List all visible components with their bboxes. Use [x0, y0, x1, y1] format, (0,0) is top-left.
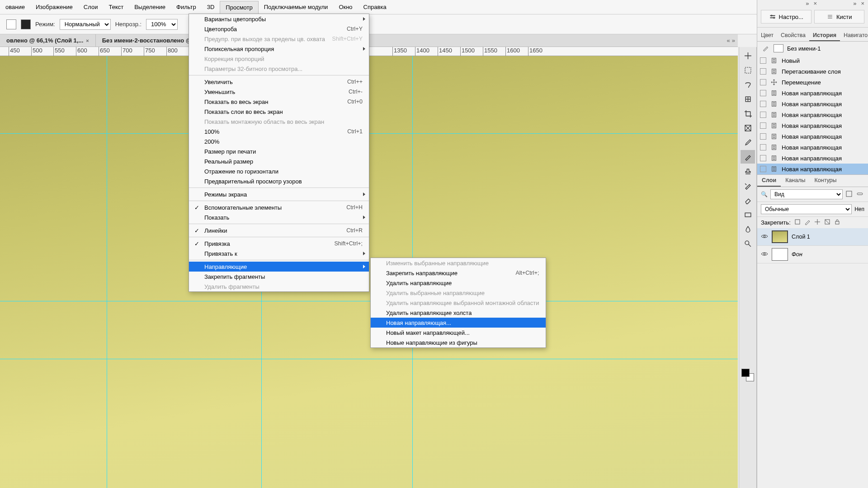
color-swatches[interactable]	[741, 369, 754, 381]
opacity-select[interactable]: 100%	[146, 19, 178, 30]
guide-vertical[interactable]	[107, 56, 107, 488]
menu-item[interactable]: 200%	[189, 136, 369, 146]
history-checkbox[interactable]	[760, 68, 766, 75]
history-checkbox[interactable]	[760, 90, 766, 96]
menu-item[interactable]: Показать слои во весь экран	[189, 107, 369, 117]
history-checkbox[interactable]	[760, 79, 766, 85]
history-step[interactable]: Новая направляющая	[757, 109, 868, 120]
menu-item[interactable]: Предварительный просмотр узоров	[189, 176, 369, 186]
brush-tool[interactable]	[741, 150, 755, 164]
blend-mode-select[interactable]: Нормальный	[60, 19, 111, 30]
history-checkbox[interactable]	[760, 144, 766, 150]
menu-item[interactable]: Подключаемые модули	[259, 1, 334, 13]
history-step[interactable]: Новая направляющая	[757, 131, 868, 142]
menu-item[interactable]: Новые направляющие из фигуры	[371, 338, 546, 347]
lock-pixels-icon[interactable]	[794, 219, 801, 226]
guide-horizontal[interactable]	[0, 359, 738, 359]
panel-tab[interactable]: Каналы	[781, 175, 810, 187]
menu-item[interactable]: Удалить направляющие холста	[371, 308, 546, 318]
document-tab[interactable]: овлено @ 66,1% (Слой 1,...×	[0, 34, 96, 47]
close-icon[interactable]: ×	[86, 38, 89, 43]
history-step[interactable]: Перетаскивание слоя	[757, 66, 868, 77]
history-step[interactable]: Новая направляющая	[757, 120, 868, 131]
menu-item[interactable]: Закрепить фрагменты	[189, 272, 369, 282]
panel-tab[interactable]: История	[809, 30, 840, 41]
close-icon[interactable]: ×	[814, 0, 817, 7]
move-tool[interactable]	[741, 49, 755, 62]
menu-item[interactable]: Фильтр	[171, 1, 202, 13]
history-checkbox[interactable]	[760, 57, 766, 64]
crop-tool[interactable]	[741, 107, 755, 120]
history-step[interactable]: Новая направляющая	[757, 164, 868, 174]
history-step[interactable]: Новая направляющая	[757, 99, 868, 109]
guide-horizontal[interactable]	[0, 301, 738, 301]
lock-brush-icon[interactable]	[804, 219, 811, 226]
history-step[interactable]: Новая направляющая	[757, 142, 868, 153]
collapse-icon[interactable]: »	[806, 0, 809, 7]
menu-item[interactable]: Просмотр	[220, 1, 258, 14]
visibility-eye-icon[interactable]	[761, 251, 768, 258]
marquee-tool[interactable]	[741, 63, 755, 77]
menu-item[interactable]: Показать	[189, 212, 369, 222]
gradient-tool[interactable]	[741, 208, 755, 221]
lock-artboard-icon[interactable]	[824, 219, 830, 226]
menu-item[interactable]: Новая направляющая...	[371, 318, 546, 328]
history-checkbox[interactable]	[760, 166, 766, 172]
frame-tool[interactable]	[741, 121, 755, 135]
menu-item[interactable]: ЛинейкиCtrl+R	[189, 225, 369, 235]
filter-switch-icon[interactable]	[856, 190, 864, 198]
stamp-tool[interactable]	[741, 164, 755, 178]
blend-mode-select[interactable]: Обычные	[761, 204, 852, 214]
panel-tab[interactable]: Цвет	[757, 30, 777, 41]
close-icon[interactable]: ×	[861, 0, 864, 7]
tool-preset-icon[interactable]	[21, 19, 31, 29]
collapse-icon[interactable]: »	[853, 0, 856, 7]
menu-item[interactable]: Режимы экрана	[189, 189, 369, 199]
panel-tab[interactable]: Слои	[757, 175, 781, 187]
menu-item[interactable]: 100%Ctrl+1	[189, 127, 369, 136]
menu-item[interactable]: Окно	[333, 1, 358, 13]
dodge-tool[interactable]	[741, 237, 755, 250]
menu-item[interactable]: Изображение	[30, 1, 78, 13]
menu-item[interactable]: Размер при печати	[189, 146, 369, 156]
menu-item[interactable]: ЦветопробаCtrl+Y	[189, 24, 369, 34]
eraser-tool[interactable]	[741, 193, 755, 207]
lock-move-icon[interactable]	[814, 219, 821, 226]
panel-tab[interactable]: Контуры	[810, 175, 841, 187]
menu-item[interactable]: Удалить направляющие	[371, 278, 546, 288]
history-step[interactable]: Новый	[757, 55, 868, 66]
panel-tab[interactable]: Свойства	[777, 30, 809, 41]
panel-tab[interactable]: Навигатор	[840, 30, 868, 41]
visibility-eye-icon[interactable]	[761, 234, 768, 240]
menu-item[interactable]: УменьшитьCtrl+-	[189, 87, 369, 97]
history-checkbox[interactable]	[760, 122, 766, 129]
history-step[interactable]: Новая направляющая	[757, 153, 868, 164]
menu-item[interactable]: Реальный размер	[189, 156, 369, 166]
adjustments-panel-button[interactable]: Настро...	[761, 10, 811, 23]
menu-item[interactable]: УвеличитьCtrl++	[189, 77, 369, 87]
menu-item[interactable]: Направляющие	[189, 262, 369, 272]
menu-item[interactable]: Текст	[103, 1, 129, 13]
eyedrop-tool[interactable]	[741, 136, 755, 149]
layer-filter-select[interactable]: Вид	[770, 189, 843, 199]
menu-item[interactable]: 3D	[202, 1, 220, 13]
history-checkbox[interactable]	[760, 133, 766, 140]
menu-item[interactable]: Показать во весь экранCtrl+0	[189, 97, 369, 107]
menu-item[interactable]: Вспомогательные элементыCtrl+H	[189, 202, 369, 212]
history-checkbox[interactable]	[760, 112, 766, 118]
wand-tool[interactable]	[741, 92, 755, 106]
history-step[interactable]: Новая направляющая	[757, 88, 868, 99]
filter-image-icon[interactable]	[845, 190, 854, 198]
history-checkbox[interactable]	[760, 155, 766, 161]
lock-all-icon[interactable]	[834, 219, 840, 226]
menu-item[interactable]: Привязать к	[189, 249, 369, 258]
menu-item[interactable]: Отражение по горизонтали	[189, 166, 369, 176]
menu-item[interactable]: Закрепить направляющиеAlt+Ctrl+;	[371, 268, 546, 278]
history-brush-tool[interactable]	[741, 179, 755, 192]
lasso-tool[interactable]	[741, 78, 755, 91]
tab-scroll-icon[interactable]: «	[727, 37, 730, 44]
blur-tool[interactable]	[741, 222, 755, 236]
menu-item[interactable]: Выделение	[129, 1, 171, 13]
layer-row[interactable]: Слой 1	[757, 228, 868, 246]
history-checkbox[interactable]	[760, 101, 766, 107]
